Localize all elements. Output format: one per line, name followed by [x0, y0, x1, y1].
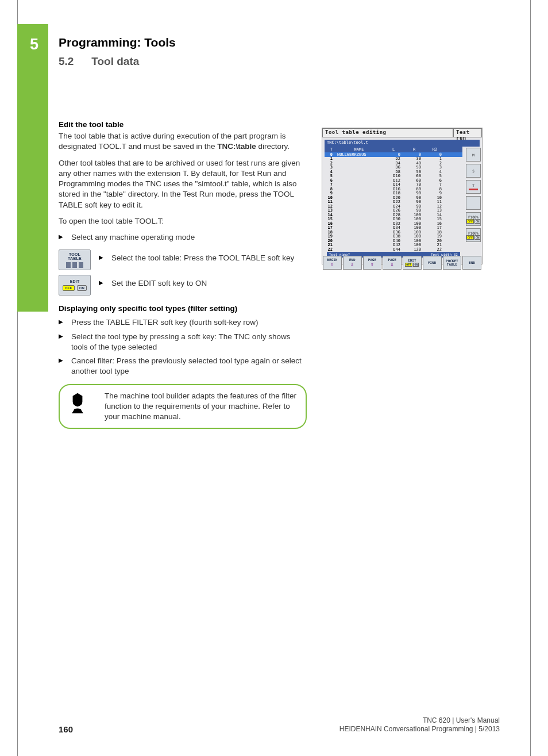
table-header-row: T NAME L R R2 — [325, 147, 462, 152]
side-button[interactable]: M — [466, 148, 481, 162]
tool-icon — [79, 262, 83, 268]
page-number: 160 — [59, 724, 73, 734]
filter-bullet-2: Select the tool type by pressing a soft … — [59, 332, 307, 352]
screen-title-side: Test run — [453, 128, 482, 137]
softkey-instruction-block: TOOL TABLE EDIT OFF ON Select the tool t… — [59, 250, 307, 296]
chapter-title: Programming: Tools — [59, 36, 176, 49]
tool-table-softkey[interactable]: TOOL TABLE — [59, 250, 91, 270]
filter-bullet-1: Press the TABLE FILTER soft key (fourth … — [59, 317, 307, 328]
main-content: Edit the tool table The tool table that … — [59, 116, 307, 429]
side-button[interactable]: S — [466, 164, 481, 178]
screen-softkey[interactable]: END⇩ — [343, 256, 362, 270]
chapter-tab — [17, 24, 48, 312]
screen-title-main: Tool table editing — [322, 128, 453, 137]
machine-icon — [60, 391, 95, 416]
heading-filter: Displaying only specific tool types (fil… — [59, 304, 307, 314]
paragraph-2: Other tool tables that are to be archive… — [59, 158, 307, 210]
tnc-screenshot: Tool table editing Test run TNC:\table\t… — [322, 128, 483, 264]
side-button[interactable]: T — [466, 180, 481, 194]
off-label: OFF — [63, 285, 75, 291]
side-buttons: MSTF100%OFFONF100%OFFON — [465, 147, 482, 255]
screen-softkey[interactable]: FIND — [423, 256, 442, 270]
machine-note-box: The machine tool builder adapts the feat… — [59, 384, 307, 429]
tool-data-table: T NAME L R R2 0NULLWERKZEUG0001D23012D44… — [322, 147, 465, 255]
softkey-row: BEGIN⇧END⇩PAGE⇧PAGE⇩EDITOFFONFINDPOCKETT… — [322, 256, 482, 270]
sub-bullet-edit-on: Set the EDIT soft key to ON — [99, 278, 307, 289]
side-button[interactable]: F100%OFFON — [466, 228, 481, 242]
tool-icon — [72, 262, 77, 268]
bullet-select-mode: Select any machine operating mode — [59, 232, 307, 243]
table-row[interactable]: 22D4412022 — [325, 247, 462, 252]
screen-softkey[interactable]: END — [462, 256, 481, 270]
edit-softkey[interactable]: EDIT OFF ON — [59, 275, 91, 296]
side-button[interactable]: F100%OFFON — [466, 212, 481, 226]
footer-info: TNC 620 | User's Manual HEIDENHAIN Conve… — [339, 716, 500, 734]
on-label: ON — [77, 285, 87, 291]
section-title: Tool data — [91, 55, 139, 67]
note-text: The machine tool builder adapts the feat… — [105, 391, 298, 423]
section-number: 5.2 — [59, 55, 88, 68]
paragraph-3: To open the tool table TOOL.T: — [59, 216, 307, 227]
page-footer: 160 TNC 620 | User's Manual HEIDENHAIN C… — [59, 716, 500, 734]
screen-softkey[interactable]: POCKETTABLE — [443, 256, 462, 270]
chapter-number: 5 — [30, 36, 38, 53]
heading-edit-tool-table: Edit the tool table — [59, 120, 307, 130]
section-heading: 5.2 Tool data — [59, 55, 139, 68]
screen-softkey[interactable]: EDITOFFON — [403, 256, 422, 270]
paragraph-1: The tool table that is active during exe… — [59, 131, 307, 152]
screen-softkey[interactable]: PAGE⇩ — [383, 256, 402, 270]
tool-icon — [66, 262, 71, 268]
sub-bullet-select-table: Select the tool table: Press the TOOL TA… — [99, 253, 307, 263]
filter-bullet-3: Cancel filter: Press the previously sele… — [59, 356, 307, 377]
screen-softkey[interactable]: PAGE⇧ — [363, 256, 382, 270]
side-button[interactable] — [466, 196, 481, 210]
screen-softkey[interactable]: BEGIN⇧ — [323, 256, 342, 270]
